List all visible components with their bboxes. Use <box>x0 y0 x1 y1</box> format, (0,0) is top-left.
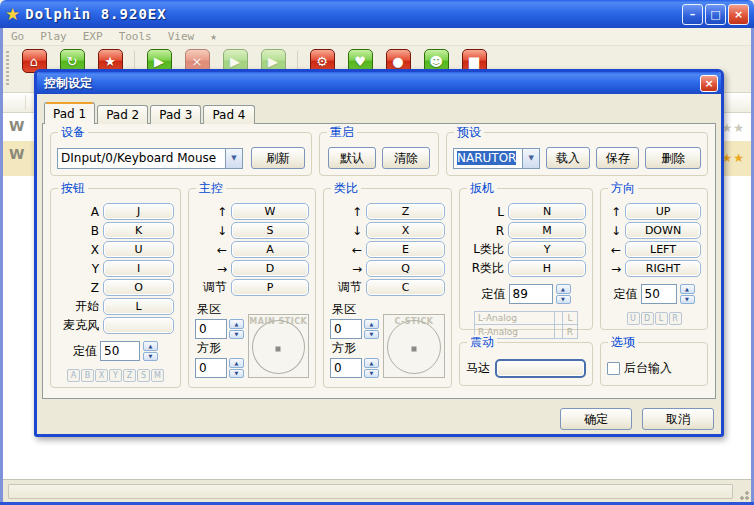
preset-select[interactable]: NARUTOR ▼ <box>453 148 540 169</box>
title-bar: ★ Dolphin 8.920EX – □ × <box>0 0 754 28</box>
tab-pad4[interactable]: Pad 4 <box>203 105 254 124</box>
main-square-stepper[interactable]: ▲▼ <box>229 358 244 378</box>
dpad-right-button[interactable]: RIGHT <box>625 260 701 277</box>
menu-star[interactable]: ★ <box>202 30 225 43</box>
main-deadzone-input[interactable] <box>195 319 227 339</box>
tab-pad3[interactable]: Pad 3 <box>150 105 201 124</box>
menu-play[interactable]: Play <box>32 30 75 43</box>
device-select[interactable]: DInput/0/Keyboard Mouse ▼ <box>57 148 243 169</box>
triggers-group-label: 扳机 <box>467 181 497 196</box>
menu-bar: Go Play EXP Tools View ★ <box>3 28 751 46</box>
rating-stars: ★★ <box>721 121 745 135</box>
rumble-group-label: 震动 <box>467 335 497 350</box>
menu-tools[interactable]: Tools <box>111 30 160 43</box>
main-up-button[interactable]: W <box>231 203 309 220</box>
resize-grip[interactable] <box>736 487 749 500</box>
app-icon: ★ <box>5 4 20 24</box>
down-arrow-icon: ↓ <box>330 224 362 238</box>
dpad-threshold-input[interactable] <box>641 284 677 304</box>
bind-a-button[interactable]: J <box>103 203 174 220</box>
tab-pad2[interactable]: Pad 2 <box>97 105 148 124</box>
device-group: 设备 DInput/0/Keyboard Mouse ▼ 刷新 <box>50 132 312 176</box>
right-arrow-icon: → <box>607 262 621 276</box>
options-group-label: 选项 <box>608 335 638 350</box>
default-button[interactable]: 默认 <box>328 147 376 169</box>
bind-y-button[interactable]: I <box>103 260 174 277</box>
dpad-left-button[interactable]: LEFT <box>625 241 701 258</box>
cstick-square-input[interactable] <box>330 358 362 378</box>
main-right-button[interactable]: D <box>231 260 309 277</box>
cstick-square-stepper[interactable]: ▲▼ <box>364 358 379 378</box>
right-arrow-icon: → <box>195 262 227 276</box>
background-input-checkbox[interactable] <box>607 362 620 375</box>
cstick-up-button[interactable]: Z <box>366 203 445 220</box>
trigger-r-analog-button[interactable]: H <box>508 260 586 277</box>
toolbar-grip[interactable] <box>6 51 9 87</box>
window-title: Dolphin 8.920EX <box>25 6 166 22</box>
cstick-left-button[interactable]: E <box>366 241 445 258</box>
bind-b-button[interactable]: K <box>103 222 174 239</box>
main-modifier-button[interactable]: P <box>231 279 309 296</box>
load-preset-button[interactable]: 载入 <box>546 147 590 169</box>
bind-x-button[interactable]: U <box>103 241 174 258</box>
dialog-close-button[interactable]: × <box>700 75 718 92</box>
main-stick-group-label: 主控 <box>196 181 226 196</box>
cancel-button[interactable]: 取消 <box>642 408 714 430</box>
down-arrow-icon: ↓ <box>607 224 621 238</box>
main-left-button[interactable]: A <box>231 241 309 258</box>
dialog-title-bar: 控制设定 × <box>37 72 721 94</box>
close-button[interactable]: × <box>728 4 749 25</box>
menu-go[interactable]: Go <box>3 30 32 43</box>
column-divider <box>25 95 26 110</box>
dpad-threshold-stepper[interactable]: ▲▼ <box>680 284 695 304</box>
cstick-right-button[interactable]: Q <box>366 260 445 277</box>
reset-group: 重启 默认 清除 <box>319 132 439 176</box>
triggers-group: 扳机 LN RM L类比Y R类比H 定值 ▲▼ <box>459 188 593 330</box>
main-deadzone-stepper[interactable]: ▲▼ <box>229 319 244 339</box>
delete-preset-button[interactable]: 删除 <box>645 147 701 169</box>
rumble-motor-button[interactable] <box>495 359 586 378</box>
dpad-indicators: U D L R <box>607 312 701 325</box>
up-arrow-icon: ↑ <box>330 205 362 219</box>
trigger-threshold-stepper[interactable]: ▲▼ <box>556 284 571 304</box>
buttons-threshold-input[interactable] <box>100 341 140 361</box>
ok-button[interactable]: 确定 <box>560 408 632 430</box>
minimize-button[interactable]: – <box>682 4 703 25</box>
preset-group-label: 预设 <box>454 125 484 140</box>
menu-view[interactable]: View <box>160 30 203 43</box>
main-square-input[interactable] <box>195 358 227 378</box>
cstick-modifier-button[interactable]: C <box>366 279 445 296</box>
buttons-group: 按钮 AJ BK XU YI ZO 开始L 麦克风 定值 ▲▼ <box>50 188 181 388</box>
clear-button[interactable]: 清除 <box>382 147 430 169</box>
trigger-r-button[interactable]: M <box>508 222 586 239</box>
refresh-devices-button[interactable]: 刷新 <box>251 147 305 169</box>
preset-group: 预设 NARUTOR ▼ 载入 保存 删除 <box>446 132 708 176</box>
options-group: 选项 后台输入 <box>600 342 708 386</box>
trigger-l-button[interactable]: N <box>508 203 586 220</box>
dpad-down-button[interactable]: DOWN <box>625 222 701 239</box>
cstick-deadzone-stepper[interactable]: ▲▼ <box>364 319 379 339</box>
cstick-down-button[interactable]: X <box>366 222 445 239</box>
buttons-group-label: 按钮 <box>58 181 88 196</box>
maximize-button[interactable]: □ <box>705 4 726 25</box>
dpad-up-button[interactable]: UP <box>625 203 701 220</box>
buttons-threshold-stepper[interactable]: ▲▼ <box>143 341 158 361</box>
c-stick-group-label: 类比 <box>331 181 361 196</box>
bind-z-button[interactable]: O <box>103 279 174 296</box>
c-stick-visualizer: C-STICK <box>383 314 445 378</box>
main-down-button[interactable]: S <box>231 222 309 239</box>
trigger-l-analog-button[interactable]: Y <box>508 241 586 258</box>
bind-mic-button[interactable] <box>103 317 174 334</box>
save-preset-button[interactable]: 保存 <box>596 147 640 169</box>
menu-exp[interactable]: EXP <box>75 30 111 43</box>
cstick-deadzone-input[interactable] <box>330 319 362 339</box>
platform-label: W <box>9 118 24 134</box>
chevron-down-icon[interactable]: ▼ <box>225 149 242 168</box>
chevron-down-icon[interactable]: ▼ <box>522 149 539 168</box>
left-arrow-icon: ← <box>195 243 227 257</box>
tab-pad1[interactable]: Pad 1 <box>44 102 95 124</box>
trigger-threshold-input[interactable] <box>509 284 553 304</box>
button-indicators: A B X Y Z S M <box>57 369 174 382</box>
dpad-group-label: 方向 <box>608 181 638 196</box>
bind-start-button[interactable]: L <box>103 298 174 315</box>
